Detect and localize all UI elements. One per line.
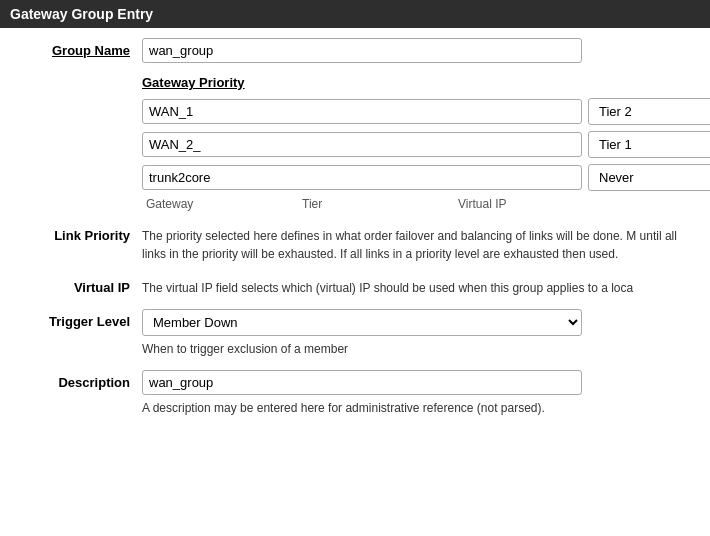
- description-input[interactable]: [142, 370, 582, 395]
- title-text: Gateway Group Entry: [10, 6, 153, 22]
- description-content: A description may be entered here for ad…: [142, 370, 698, 417]
- gateway-name-input-3[interactable]: [142, 165, 582, 190]
- virtual-ip-text: The virtual IP field selects which (virt…: [142, 279, 698, 297]
- link-priority-text: The priority selected here defines in wh…: [142, 227, 698, 263]
- description-help: A description may be entered here for ad…: [142, 399, 698, 417]
- gateway-column-headers: Gateway Tier Virtual IP: [142, 197, 710, 211]
- group-name-content: [142, 38, 698, 63]
- tier-select-3[interactable]: Tier 1 Tier 2 Tier 3 Tier 4 Tier 5 Never: [588, 164, 710, 191]
- header-tier: Tier: [298, 197, 448, 211]
- gateway-name-input-1[interactable]: [142, 99, 582, 124]
- group-name-label: Group Name: [12, 38, 142, 58]
- tier-select-1[interactable]: Tier 2 Tier 1 Tier 3 Tier 4 Tier 5 Never: [588, 98, 710, 125]
- gateway-rows: Tier 2 Tier 1 Tier 3 Tier 4 Tier 5 Never…: [142, 98, 710, 191]
- tier-select-2[interactable]: Tier 2 Tier 1 Tier 3 Tier 4 Tier 5 Never: [588, 131, 710, 158]
- link-priority-content: The priority selected here defines in wh…: [142, 223, 698, 263]
- gateway-priority-label-spacer: [12, 75, 142, 80]
- group-name-input[interactable]: [142, 38, 582, 63]
- gateway-row: Tier 1 Tier 2 Tier 3 Tier 4 Tier 5 Never…: [142, 164, 710, 191]
- gateway-row: Tier 2 Tier 1 Tier 3 Tier 4 Tier 5 Never…: [142, 131, 710, 158]
- gateway-priority-section-label: Gateway Priority: [142, 75, 710, 90]
- description-label: Description: [12, 370, 142, 390]
- dialog-title: Gateway Group Entry: [0, 0, 710, 28]
- trigger-level-label: Trigger Level: [12, 309, 142, 329]
- gateway-name-input-2[interactable]: [142, 132, 582, 157]
- virtual-ip-label: Virtual IP: [12, 275, 142, 295]
- trigger-level-help: When to trigger exclusion of a member: [142, 340, 698, 358]
- header-virtual-ip: Virtual IP: [454, 197, 614, 211]
- virtual-ip-content: The virtual IP field selects which (virt…: [142, 275, 698, 297]
- header-gateway: Gateway: [142, 197, 292, 211]
- link-priority-label: Link Priority: [12, 223, 142, 243]
- gateway-row: Tier 2 Tier 1 Tier 3 Tier 4 Tier 5 Never…: [142, 98, 710, 125]
- trigger-level-content: Member Down Packet Loss High Latency Pac…: [142, 309, 698, 358]
- trigger-level-select[interactable]: Member Down Packet Loss High Latency Pac…: [142, 309, 582, 336]
